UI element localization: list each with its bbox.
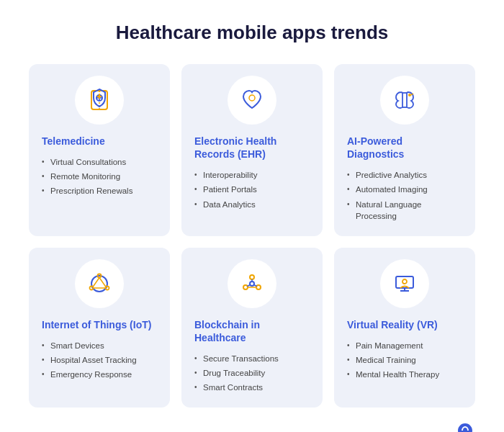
card-ai: AI-Powered Diagnostics Predictive Analyt… <box>334 64 475 236</box>
svg-line-25 <box>254 284 257 286</box>
vr-title: Virtual Reality (VR) <box>347 318 438 331</box>
list-item: Mental Health Therapy <box>347 367 439 382</box>
telemedicine-icon-circle <box>75 76 124 125</box>
iot-title: Internet of Things (IoT) <box>42 318 151 331</box>
list-item: Medical Training <box>347 353 439 367</box>
cards-grid: Telemedicine Virtual Consultations Remot… <box>29 64 475 408</box>
list-item: Patient Portals <box>194 182 257 197</box>
svg-point-20 <box>243 285 248 289</box>
ai-icon <box>391 86 418 114</box>
iot-list: Smart Devices Hospital Asset Tracking Em… <box>42 338 137 382</box>
iot-icon-circle <box>75 259 124 308</box>
svg-point-22 <box>250 282 254 286</box>
svg-point-28 <box>402 279 407 284</box>
telemedicine-icon <box>86 86 113 114</box>
list-item: Pain Management <box>347 338 439 353</box>
card-blockchain: Blockchain in Healthcare Secure Transact… <box>181 248 323 408</box>
list-item: Remote Monitoring <box>42 169 132 184</box>
list-item: Predictive Analytics <box>347 168 462 182</box>
list-item: Secure Transactions <box>194 351 279 366</box>
footer-logo <box>455 420 475 432</box>
blockchain-title: Blockchain in Healthcare <box>194 318 310 344</box>
list-item: Drug Traceability <box>194 366 279 380</box>
list-item: Prescription Renewals <box>42 184 132 198</box>
list-item: Hospital Asset Tracking <box>42 353 137 367</box>
ehr-icon <box>238 86 266 114</box>
iot-icon <box>86 270 113 297</box>
list-item: Data Analytics <box>194 197 257 212</box>
list-item: Smart Contracts <box>194 380 279 395</box>
svg-point-21 <box>256 285 261 289</box>
ehr-icon-circle <box>228 76 276 125</box>
ai-title: AI-Powered Diagnostics <box>347 135 462 161</box>
svg-line-24 <box>248 284 251 286</box>
blockchain-list: Secure Transactions Drug Traceability Sm… <box>194 351 279 395</box>
page-title: Healthcare mobile apps trends <box>116 22 389 44</box>
list-item: Interoperability <box>194 168 257 182</box>
svg-point-19 <box>250 275 254 279</box>
svg-point-10 <box>408 94 411 96</box>
card-telemedicine: Telemedicine Virtual Consultations Remot… <box>29 64 170 236</box>
vr-list: Pain Management Medical Training Mental … <box>347 338 439 382</box>
list-item: Virtual Consultations <box>42 155 132 169</box>
list-item: Automated Imaging <box>347 182 462 197</box>
ehr-title: Electronic Health Records (EHR) <box>194 135 310 161</box>
vr-icon-circle <box>380 259 429 308</box>
telemedicine-list: Virtual Consultations Remote Monitoring … <box>42 155 132 198</box>
list-item: Natural Language Processing <box>347 197 462 223</box>
card-ehr: Electronic Health Records (EHR) Interope… <box>181 64 323 236</box>
ai-icon-circle <box>380 76 429 125</box>
list-item: Smart Devices <box>42 338 137 353</box>
ai-list: Predictive Analytics Automated Imaging N… <box>347 168 462 222</box>
ehr-list: Interoperability Patient Portals Data An… <box>194 168 257 211</box>
card-iot: Internet of Things (IoT) Smart Devices H… <box>29 248 170 408</box>
telemedicine-title: Telemedicine <box>42 135 105 148</box>
blockchain-icon <box>238 270 266 297</box>
vr-icon <box>391 270 418 297</box>
svg-point-7 <box>249 95 255 101</box>
card-vr: Virtual Reality (VR) Pain Management Med… <box>334 248 475 408</box>
list-item: Emergency Response <box>42 367 137 382</box>
blockchain-icon-circle <box>228 259 276 308</box>
